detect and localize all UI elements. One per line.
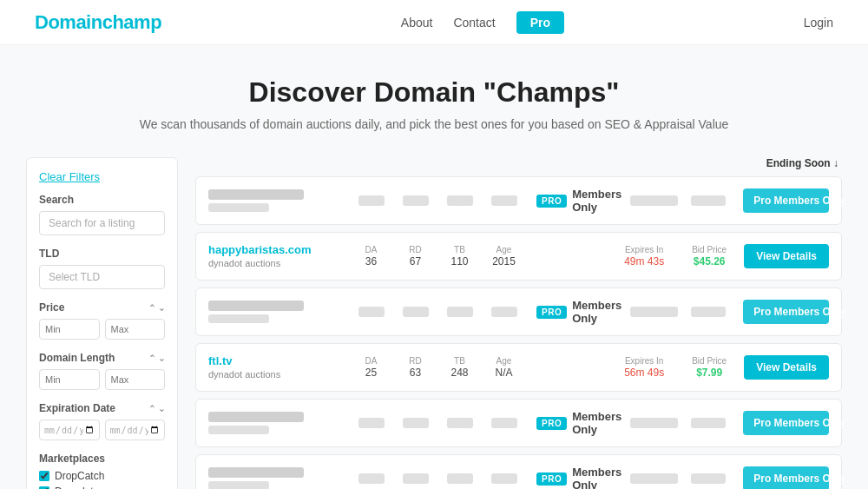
blurred-expires-bar (630, 195, 678, 206)
listing-domain: happybaristas.com dynadot auctions (208, 243, 347, 269)
price-header[interactable]: Price ⌃ ⌄ (39, 301, 165, 314)
marketplace-item: Dynadot (39, 486, 165, 489)
price-chevron: ⌃ ⌄ (148, 303, 165, 313)
age-label: Age (489, 245, 519, 254)
pro-badge-area: PRO Members Only (528, 410, 621, 436)
expiration-section: Expiration Date ⌃ ⌄ (39, 402, 165, 440)
price-max-input[interactable] (105, 319, 166, 340)
pro-members-text: Members Only (572, 466, 621, 489)
blurred-domain (208, 301, 304, 311)
logo-champ: champ (102, 11, 161, 33)
blurred-expires (630, 307, 682, 317)
domain-length-chevron: ⌃ ⌄ (148, 354, 165, 363)
marketplace-label: DropCatch (55, 470, 104, 482)
blurred-stat-4 (489, 307, 519, 317)
login-button[interactable]: Login (804, 16, 833, 30)
expires-value: 49m 43s (624, 255, 664, 268)
expiration-start-input[interactable] (39, 420, 100, 440)
blurred-stat-2 (400, 195, 431, 206)
stat-da: DA 25 (356, 356, 386, 379)
view-details-button[interactable]: View Details (744, 355, 829, 380)
nav-about[interactable]: About (401, 16, 433, 30)
price-min-input[interactable] (39, 319, 100, 340)
pro-members-button[interactable]: Pro Members Only (743, 188, 829, 213)
blurred-stat-3 (444, 473, 475, 484)
blurred-domain (208, 467, 304, 478)
expiration-end-input[interactable] (105, 420, 166, 440)
expiration-header[interactable]: Expiration Date ⌃ ⌄ (39, 402, 165, 414)
nav-pro[interactable]: Pro (516, 11, 564, 34)
marketplace-checkbox-0[interactable] (39, 471, 49, 481)
pro-domain-placeholder (208, 412, 347, 434)
domain-length-section: Domain Length ⌃ ⌄ (39, 352, 165, 390)
header: Domainchamp About Contact Pro Login (0, 0, 868, 45)
blurred-marketplace (208, 203, 269, 212)
bid-value: $45.26 (694, 255, 726, 268)
age-value: 2015 (492, 255, 516, 268)
blurred-bid-bar (691, 418, 726, 428)
tld-input[interactable] (39, 265, 165, 289)
blurred-stat-3 (444, 195, 475, 206)
main-layout: Clear Filters Search TLD Price ⌃ ⌄ Domai… (0, 149, 868, 489)
bid-col: Bid Price $7.99 (683, 356, 735, 379)
search-input[interactable] (39, 211, 165, 235)
blurred-stat-1 (356, 418, 386, 428)
listing-row: PRO Members Only Pro Members Only (195, 454, 842, 489)
pro-badge-area: PRO Members Only (528, 299, 621, 325)
marketplace-label: Dynadot (55, 486, 94, 489)
blurred-stat-4 (489, 195, 519, 206)
pro-members-button[interactable]: Pro Members Only (743, 466, 829, 489)
marketplaces-label: Marketplaces (39, 453, 165, 465)
search-label: Search (39, 194, 165, 206)
listing-domain: ftl.tv dynadot auctions (208, 354, 347, 380)
pro-domain-placeholder (208, 189, 347, 212)
listing-row: ftl.tv dynadot auctions DA 25 RD 63 TB 2… (195, 343, 842, 392)
logo-domain: Domain (35, 11, 102, 33)
domain-length-min-input[interactable] (39, 369, 100, 390)
view-details-button[interactable]: View Details (744, 244, 829, 268)
da-label: DA (356, 245, 386, 254)
sort-text: Ending Soon (766, 157, 831, 169)
marketplaces-section: Marketplaces DropCatch Dynadot Godaddy N… (39, 453, 165, 489)
listing-stats: DA 36 RD 67 TB 110 Age 2015 (356, 245, 605, 268)
expires-label: Expires In (614, 245, 674, 254)
domain-length-max-input[interactable] (105, 369, 166, 390)
tb-value: 248 (450, 367, 468, 379)
results-area: Ending Soon ↓ PRO Members Only (195, 157, 842, 489)
blurred-expires-bar (630, 473, 678, 484)
marketplace-name: dynadot auctions (208, 258, 280, 268)
blurred-stat-2 (400, 307, 431, 317)
results-header: Ending Soon ↓ (195, 157, 842, 169)
price-section: Price ⌃ ⌄ (39, 301, 165, 340)
stat-da: DA 36 (356, 245, 386, 268)
blurred-stat-2 (400, 418, 431, 428)
tld-section: TLD (39, 248, 165, 289)
blurred-marketplace (208, 314, 269, 323)
marketplace-list: DropCatch Dynadot Godaddy Namecheap Sav … (39, 470, 165, 489)
domain-link[interactable]: happybaristas.com (208, 243, 347, 256)
bid-value: $7.99 (696, 367, 722, 379)
domain-link[interactable]: ftl.tv (208, 354, 347, 367)
domain-length-header[interactable]: Domain Length ⌃ ⌄ (39, 352, 165, 364)
blurred-expires (630, 418, 682, 428)
blurred-bid-bar (691, 473, 726, 484)
blurred-bid (691, 195, 734, 206)
pro-members-button[interactable]: Pro Members Only (743, 411, 829, 435)
listing-row: happybaristas.com dynadot auctions DA 36… (195, 232, 842, 281)
blurred-stats (356, 195, 519, 206)
listing-row: PRO Members Only Pro Members Only (195, 287, 842, 336)
marketplace-item: DropCatch (39, 470, 165, 482)
blurred-bid (691, 307, 734, 317)
stat-rd: RD 67 (400, 245, 431, 268)
pro-members-button[interactable]: Pro Members Only (743, 300, 829, 324)
blurred-marketplace (208, 426, 269, 434)
expiration-range (39, 420, 165, 440)
blurred-stats (356, 473, 519, 484)
clear-filters-link[interactable]: Clear Filters (39, 170, 165, 183)
sort-label[interactable]: Ending Soon ↓ (766, 157, 838, 169)
main-nav: About Contact Pro (401, 11, 564, 34)
blurred-stat-1 (356, 473, 386, 484)
nav-contact[interactable]: Contact (453, 16, 495, 30)
blurred-stat-3 (444, 307, 475, 317)
blurred-stat-1 (356, 195, 386, 206)
